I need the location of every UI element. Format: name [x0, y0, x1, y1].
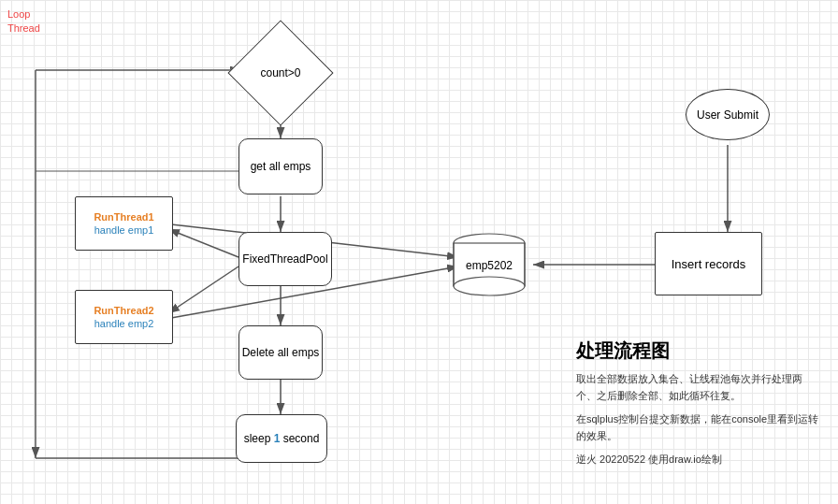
sleep-highlight: 1: [274, 432, 281, 445]
svg-point-22: [454, 277, 525, 295]
run-thread1-node: RunThread1 handle emp1: [75, 196, 173, 251]
count-diamond-container: count>0: [243, 36, 318, 110]
svg-text:emp5202: emp5202: [466, 259, 513, 272]
run-thread2-line2: handle emp2: [94, 318, 154, 329]
main-canvas: Loop Thread count>0 get all emps FixedTh…: [0, 0, 838, 504]
description-box: 处理流程图 取出全部数据放入集合、让线程池每次并行处理两个、之后删除全部、如此循…: [576, 338, 819, 476]
run-thread1-line1: RunThread1: [94, 211, 153, 223]
insert-records-node: Insert records: [655, 232, 762, 295]
delete-all-emps-node: Delete all emps: [238, 325, 323, 380]
get-all-emps-node: get all emps: [238, 138, 323, 194]
description-title: 处理流程图: [576, 338, 819, 364]
svg-line-8: [168, 266, 238, 313]
svg-line-7: [168, 229, 238, 257]
emp5202-node: emp5202: [452, 232, 527, 297]
loop-thread-label: Loop Thread: [7, 7, 40, 36]
description-p3: 逆火 20220522 使用draw.io绘制: [576, 452, 819, 468]
run-thread2-line1: RunThread2: [94, 305, 153, 316]
user-submit-node: User Submit: [686, 89, 770, 140]
description-p1: 取出全部数据放入集合、让线程池每次并行处理两个、之后删除全部、如此循环往复。: [576, 371, 819, 404]
fixed-thread-pool-node: FixedThreadPool: [238, 232, 332, 286]
run-thread1-line2: handle emp1: [94, 224, 154, 236]
description-p2: 在sqlplus控制台提交新数据，能在console里看到运转的效果。: [576, 411, 819, 444]
count-label: count>0: [243, 36, 318, 110]
sleep-node: sleep 1 second: [236, 414, 327, 463]
run-thread2-node: RunThread2 handle emp2: [75, 290, 173, 344]
